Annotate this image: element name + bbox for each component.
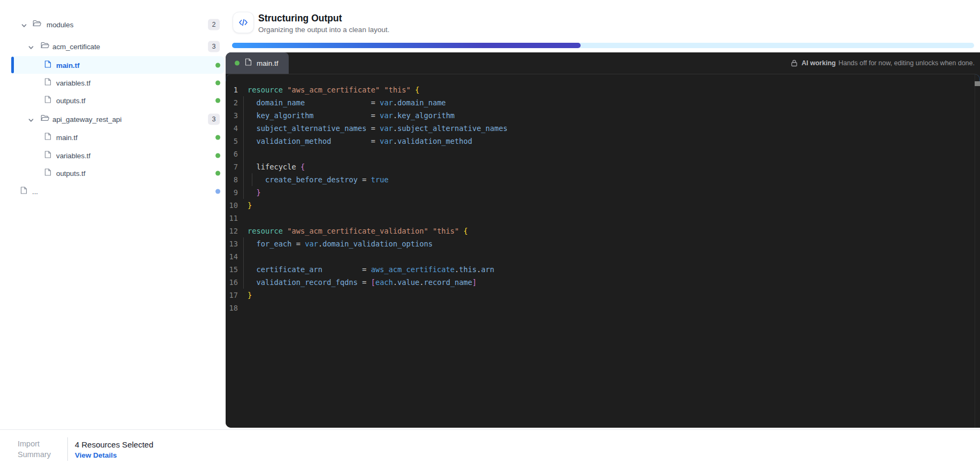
tree-file-outputs-tf[interactable]: outputs.tf: [0, 164, 225, 182]
line-number: 15: [226, 263, 238, 276]
code-line-2: 2 domain_name = var.domain_name: [226, 96, 980, 109]
code-text: certificate_arn = aws_acm_certificate.th…: [238, 263, 495, 276]
tab-main-tf[interactable]: main.tf: [226, 52, 289, 74]
tree-item-label: variables.tf: [56, 79, 90, 87]
status-dot-green: [215, 80, 220, 85]
status-dot-green: [215, 135, 220, 140]
code-line-16: 16 validation_record_fqdns = [each.value…: [226, 276, 980, 289]
line-number: 16: [226, 276, 238, 289]
folder-icon: [33, 20, 41, 29]
folder-icon: [41, 114, 49, 124]
code-text: }: [238, 199, 252, 212]
status-dot-blue: [215, 189, 220, 194]
tab-label: main.tf: [257, 59, 279, 67]
line-number: 4: [226, 122, 238, 135]
tree-item-label: outputs.tf: [56, 96, 86, 104]
row-highlight: [11, 74, 225, 91]
line-number: 6: [226, 148, 238, 160]
tree-item-label: modules: [47, 20, 73, 28]
tree-item-label: outputs.tf: [56, 169, 86, 177]
line-number: 5: [226, 135, 238, 148]
tree-folder-acm-certificate[interactable]: acm_certificate3: [0, 37, 225, 55]
code-text: [238, 302, 248, 314]
code-text: domain_name = var.domain_name: [238, 96, 446, 109]
selected-indicator-bar: [11, 57, 14, 73]
code-line-10: 10}: [226, 199, 980, 212]
code-text: key_algorithm = var.key_algorithm: [238, 109, 454, 122]
tree-file-variables-tf[interactable]: variables.tf: [0, 146, 225, 164]
tree-item-label: main.tf: [56, 133, 78, 141]
line-number: 14: [226, 250, 238, 263]
resources-selected-label: 4 Resources Selected: [75, 439, 153, 450]
tree-item-label: acm_certificate: [52, 42, 100, 50]
code-line-15: 15 certificate_arn = aws_acm_certificate…: [226, 263, 980, 276]
panel-corner-accent-right: [973, 74, 980, 81]
code-line-8: 8 create_before_destroy = true: [226, 173, 980, 186]
row-highlight: [11, 91, 225, 109]
file-icon: [44, 60, 51, 70]
tree-file--[interactable]: ...: [0, 182, 225, 200]
line-number: 1: [226, 83, 238, 96]
tree-file-variables-tf[interactable]: variables.tf: [0, 74, 225, 91]
code-line-13: 13 for_each = var.domain_validation_opti…: [226, 237, 980, 250]
line-number: 11: [226, 212, 238, 225]
tree-file-main-tf[interactable]: main.tf: [0, 128, 225, 146]
view-details-link[interactable]: View Details: [75, 451, 117, 460]
line-number: 9: [226, 186, 238, 199]
code-area[interactable]: 1resource "aws_acm_certificate" "this" {…: [226, 74, 980, 428]
code-icon: [233, 12, 254, 33]
row-highlight: [11, 16, 225, 33]
chevron-down-icon[interactable]: [21, 21, 27, 28]
tree-folder-api-gateway-rest-api[interactable]: api_gateway_rest_api3: [0, 110, 225, 128]
code-line-11: 11: [226, 212, 980, 225]
code-line-5: 5 validation_method = var.validation_met…: [226, 135, 980, 148]
file-icon: [20, 186, 27, 196]
row-highlight: [11, 164, 225, 182]
line-number: 12: [226, 225, 238, 237]
code-text: [238, 212, 248, 225]
import-summary-label: Import Summary: [18, 439, 51, 460]
code-lines: 1resource "aws_acm_certificate" "this" {…: [226, 83, 980, 314]
code-text: subject_alternative_names = var.subject_…: [238, 122, 507, 135]
code-text: create_before_destroy = true: [238, 173, 389, 186]
page-subtitle: Organizing the output into a clean layou…: [258, 25, 389, 34]
status-dot-green: [215, 153, 220, 158]
page-title: Structuring Output: [258, 13, 342, 24]
lock-icon: [791, 59, 798, 67]
tree-file-main-tf[interactable]: main.tf: [0, 56, 225, 74]
row-highlight: [11, 182, 225, 200]
code-line-7: 7 lifecycle {: [226, 160, 980, 173]
code-text: [238, 250, 248, 263]
tree-item-label: ...: [32, 187, 38, 195]
progress-bar: [232, 43, 974, 48]
file-icon: [44, 78, 51, 88]
code-line-14: 14: [226, 250, 980, 263]
line-number: 2: [226, 96, 238, 109]
file-icon: [245, 58, 252, 68]
chevron-down-icon[interactable]: [28, 116, 34, 122]
tree-folder-modules[interactable]: modules2: [0, 16, 225, 33]
item-count-badge: 3: [208, 113, 220, 125]
line-number: 17: [226, 289, 238, 302]
ai-working-text: Hands off for now, editing unlocks when …: [838, 59, 975, 67]
code-line-3: 3 key_algorithm = var.key_algorithm: [226, 109, 980, 122]
code-text: lifecycle {: [238, 160, 305, 173]
code-text: }: [238, 186, 261, 199]
tree-file-outputs-tf[interactable]: outputs.tf: [0, 91, 225, 109]
folder-icon: [41, 42, 49, 51]
code-editor-panel: main.tf AI working Hands off for now, ed…: [226, 52, 980, 428]
scrollbar-thumb[interactable]: [975, 81, 980, 86]
code-text: resource "aws_acm_certificate_validation…: [238, 225, 468, 237]
line-number: 13: [226, 237, 238, 250]
tree-item-label: main.tf: [56, 61, 80, 69]
code-line-4: 4 subject_alternative_names = var.subjec…: [226, 122, 980, 135]
item-count-badge: 3: [208, 41, 220, 52]
code-line-18: 18: [226, 302, 980, 314]
file-icon: [44, 168, 51, 178]
chevron-down-icon[interactable]: [28, 43, 34, 50]
footer-vertical-divider: [67, 437, 68, 461]
item-count-badge: 2: [208, 19, 220, 30]
line-number: 3: [226, 109, 238, 122]
app: modules2acm_certificate3main.tfvariables…: [0, 0, 980, 463]
code-line-17: 17}: [226, 289, 980, 302]
